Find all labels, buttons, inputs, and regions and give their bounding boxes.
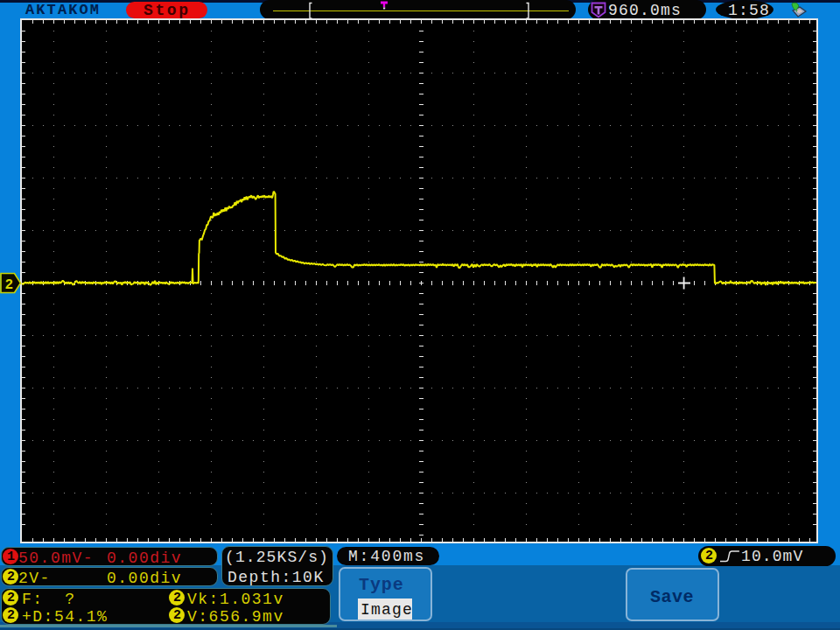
svg-text:2: 2	[5, 277, 14, 293]
